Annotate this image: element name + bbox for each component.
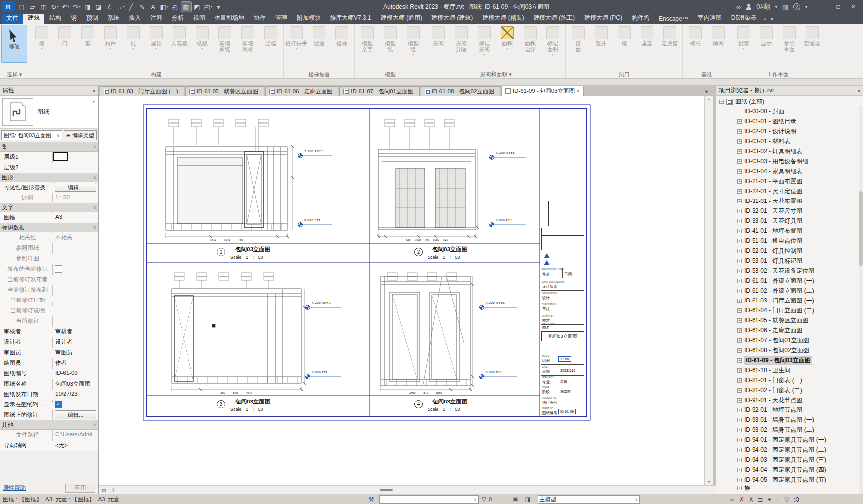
tree-item-sheet[interactable]: + ID-03-04 - 家具明细表	[716, 166, 863, 176]
sync-with-central-icon[interactable]: ↻▾	[50, 2, 60, 12]
property-value[interactable]: 1 : 50	[53, 193, 98, 202]
property-value[interactable]: ID-61-09	[53, 368, 98, 378]
tree-item-sheet[interactable]: + ID-61-10 - 卫生间	[716, 365, 863, 375]
view-tab[interactable]: ID-61-07 - 包间01立面图	[339, 86, 419, 96]
open-icon[interactable]: ▱	[28, 2, 38, 12]
expander-icon[interactable]: +	[737, 159, 742, 164]
ribbon-button[interactable]: 坡道	[308, 25, 330, 47]
drag-on-selection-icon[interactable]: +	[768, 496, 772, 503]
detail-line-icon[interactable]: ╱	[126, 2, 136, 12]
default-3d-view-icon[interactable]: ◧▾	[159, 2, 169, 12]
search-icon[interactable]: ∞	[736, 3, 741, 11]
ribbon-button[interactable]: 垂直	[636, 25, 658, 47]
property-value[interactable]: 设计者	[53, 337, 98, 347]
tree-item-sheet[interactable]: + ID-32-01 - 天花尺寸图	[716, 206, 863, 216]
switch-windows-icon[interactable]: ◰▾	[203, 2, 213, 12]
property-value[interactable]	[53, 162, 98, 172]
ribbon-button[interactable]: 显示	[755, 25, 777, 47]
expander-icon[interactable]: +	[737, 486, 742, 490]
tree-item-sheet[interactable]: + ID-41-01 - 地坪布置图	[716, 226, 863, 236]
expander-icon[interactable]: +	[737, 318, 742, 323]
property-value[interactable]	[53, 285, 98, 295]
redo-icon[interactable]: ↷▾	[72, 2, 82, 12]
property-value[interactable]: 审核者	[53, 326, 98, 336]
account-icon[interactable]	[746, 4, 752, 10]
account-name[interactable]: 0#翻	[756, 2, 770, 11]
expander-icon[interactable]: +	[737, 139, 742, 144]
revit-app-button[interactable]: R	[2, 1, 15, 12]
property-value[interactable]	[53, 274, 98, 284]
worksets-icon[interactable]: ⚒	[368, 494, 374, 504]
section-icon[interactable]: ◴	[170, 2, 180, 12]
collapse-expander-icon[interactable]: −	[719, 100, 724, 104]
ribbon-button[interactable]: 房间	[428, 25, 449, 47]
edit-type-button[interactable]: ⊞编辑类型	[64, 130, 97, 140]
ribbon-button[interactable]: 模型 线	[379, 25, 401, 53]
tree-item-sheet[interactable]: + ID-61-08 - 包间02立面图	[716, 345, 863, 355]
property-value[interactable]: 10/27/23	[53, 389, 98, 399]
properties-close-icon[interactable]: ×	[93, 88, 96, 94]
expander-icon[interactable]: +	[737, 458, 742, 462]
ribbon-tab[interactable]: 插入	[124, 13, 145, 24]
tree-root-sheets[interactable]: − 图纸 (全部)	[716, 97, 863, 106]
expander-icon[interactable]: +	[737, 149, 742, 154]
customize-qat-icon[interactable]: ▾	[214, 2, 224, 12]
tree-item-sheet[interactable]: + ID-53-01 - 灯具标记图	[716, 256, 863, 266]
expander-icon[interactable]: +	[737, 299, 742, 303]
ribbon-button[interactable]: 模型 组 ▾	[402, 25, 424, 56]
tree-item-sheet[interactable]: + ID-03-02 - 灯具明细表	[716, 146, 863, 156]
ribbon-button[interactable]: 柱 ▾	[122, 25, 144, 50]
tree-item-sheet[interactable]: + ID-94-03 - 固定家具节点图 (三)	[716, 455, 863, 465]
tree-item-sheet[interactable]: + ID-61-01 - 外观立面图 (一)	[716, 276, 863, 286]
view-tab[interactable]: ID-61-03 - 门厅立面图 (一)	[100, 86, 184, 96]
expander-icon[interactable]: +	[737, 398, 742, 403]
ribbon-tab[interactable]: 建模大师 (建筑)	[427, 13, 477, 24]
ribbon-button[interactable]: 轴网	[707, 25, 729, 47]
ribbon-panel-toggle-icon[interactable]: ▾	[769, 15, 775, 24]
close-button[interactable]: ×	[846, 1, 860, 12]
ribbon-tab[interactable]: D5渲染器	[727, 13, 761, 24]
property-value[interactable]: 不相关	[53, 232, 98, 242]
property-value[interactable]: 作者	[53, 358, 98, 368]
expander-icon[interactable]: +	[737, 289, 742, 293]
ribbon-button[interactable]: 楼梯	[331, 25, 353, 47]
tree-item-sheet[interactable]: + ID-33-01 - 天花灯具图	[716, 216, 863, 226]
help-menu-icon[interactable]: ▾	[805, 5, 807, 9]
select-pinned-icon[interactable]: ⊼	[749, 496, 754, 503]
design-options-icon[interactable]: ▣	[511, 494, 519, 504]
ribbon-tab[interactable]: 建模大师 (精装)	[478, 13, 528, 24]
ribbon-tab[interactable]: 分析	[167, 13, 188, 24]
property-value[interactable]: A3	[53, 212, 98, 222]
expander-icon[interactable]: +	[737, 199, 742, 203]
tag-icon[interactable]: ✎	[137, 2, 147, 12]
expander-icon[interactable]: +	[737, 129, 742, 134]
tree-item-sheet[interactable]: + ID-00-00 - 封面	[716, 106, 863, 116]
expander-icon[interactable]: +	[737, 239, 742, 243]
measure-icon[interactable]: ∠	[105, 2, 114, 12]
selection-filter-icon[interactable]: ▽	[784, 496, 789, 503]
tree-item-sheet[interactable]: + ID-61-06 - 走廊立面图	[716, 325, 863, 335]
property-section-header[interactable]: 图形∧	[0, 173, 98, 182]
tree-item-sheet[interactable]: + ID-92-01 - 地坪节点图	[716, 405, 863, 415]
expander-icon[interactable]: +	[737, 229, 742, 233]
ribbon-button[interactable]: 屋顶 ▾	[145, 25, 167, 50]
project-browser-close-icon[interactable]: ×	[858, 88, 861, 94]
ribbon-tab[interactable]: 管理	[271, 13, 292, 24]
expander-icon[interactable]: +	[737, 249, 742, 253]
expander-icon[interactable]: +	[737, 219, 742, 223]
ribbon-tab[interactable]: 视图	[189, 13, 210, 24]
ribbon-button[interactable]: 墙 ▾	[31, 25, 53, 50]
view-tab[interactable]: ID-61-05 - 就餐区立面图	[185, 86, 264, 96]
property-value[interactable]	[53, 295, 98, 305]
tree-item-sheet[interactable]: + ID-94-04 - 固定家具节点图 (四)	[716, 465, 863, 475]
tree-item-sheet[interactable]: + ID-01-01 - 图纸目录	[716, 116, 863, 126]
ribbon-button[interactable]: 设置 ▾	[733, 25, 755, 50]
maximize-button[interactable]: □	[831, 1, 845, 12]
ribbon-tab[interactable]: 建模大师 (施工)	[529, 13, 579, 24]
expander-icon[interactable]: +	[737, 468, 742, 472]
ribbon-button[interactable]: 老虎窗	[659, 25, 681, 47]
horizontal-scrollbar-thumb[interactable]	[380, 489, 393, 491]
type-selector-dropdown[interactable]: 图纸: 包间03立面图∨	[1, 130, 62, 140]
ribbon-tab[interactable]: 附加模块	[292, 13, 325, 24]
tree-item-sheet[interactable]: + ID-21-01 - 平面布置图	[716, 176, 863, 186]
